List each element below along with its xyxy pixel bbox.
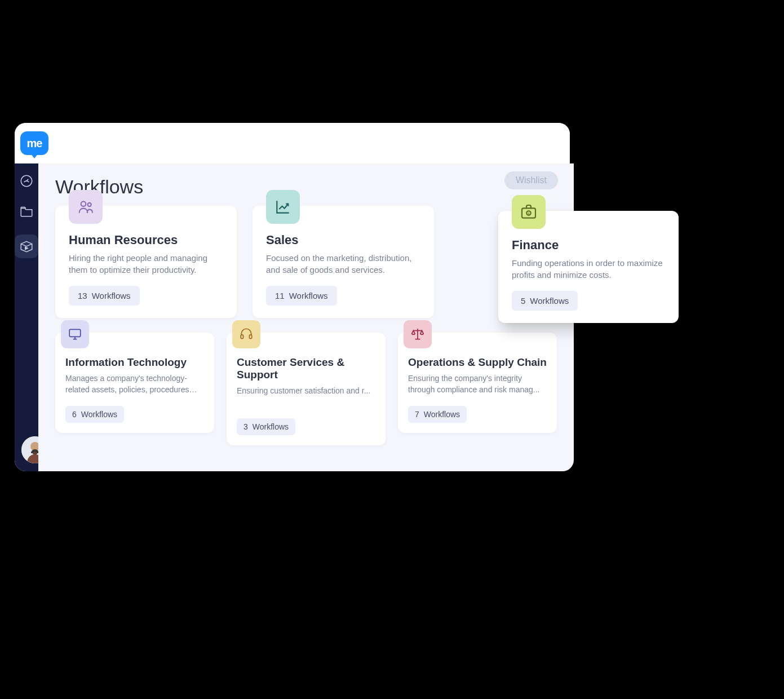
card-desc: Ensuring the company's integrity through… xyxy=(408,373,547,396)
sidebar xyxy=(15,163,38,471)
card-customer-services[interactable]: Customer Services & Support Ensuring cus… xyxy=(227,333,386,445)
chart-line-icon xyxy=(266,190,300,224)
svg-rect-10 xyxy=(241,335,243,339)
card-desc: Funding operations in order to maximize … xyxy=(512,257,665,281)
card-hr[interactable]: Human Resources Hiring the right people … xyxy=(55,206,237,318)
app-window: me xyxy=(15,123,570,471)
logo-text: me xyxy=(27,137,42,150)
wishlist-button[interactable]: Wishlist xyxy=(504,171,558,189)
main-content: Workflows Wishlist Hu xyxy=(38,163,574,471)
card-desc: Hiring the right people and managing the… xyxy=(69,252,223,276)
workflow-count-badge: 6 Workflows xyxy=(65,406,124,423)
card-title: Operations & Supply Chain xyxy=(408,356,547,369)
workflow-count-badge: 7 Workflows xyxy=(408,406,467,423)
card-desc: Ensuring customer satisfaction and r... xyxy=(237,386,375,408)
svg-point-6 xyxy=(88,203,91,206)
svg-rect-11 xyxy=(249,335,251,339)
card-desc: Focused on the marketing, distribution, … xyxy=(266,252,420,276)
svg-point-4 xyxy=(33,452,37,455)
card-it[interactable]: Information Technology Manages a company… xyxy=(55,333,214,445)
monitor-icon xyxy=(61,320,89,348)
sidebar-item-workflows[interactable] xyxy=(15,235,38,258)
app-logo[interactable]: me xyxy=(20,131,48,155)
card-sales[interactable]: Sales Focused on the marketing, distribu… xyxy=(253,206,434,318)
sidebar-item-files[interactable] xyxy=(19,204,34,221)
workflow-count-badge: 13 Workflows xyxy=(69,286,140,306)
card-title: Finance xyxy=(512,238,665,253)
svg-point-5 xyxy=(81,201,86,206)
workflow-count-badge: 5 Workflows xyxy=(512,291,578,311)
package-play-icon xyxy=(19,239,34,254)
workflow-count-badge: 11 Workflows xyxy=(266,286,337,306)
topbar: me xyxy=(15,123,570,163)
sidebar-item-dashboard[interactable] xyxy=(19,174,34,191)
card-finance[interactable]: $ Finance Funding operations in order to… xyxy=(498,211,679,323)
card-title: Information Technology xyxy=(65,356,204,369)
people-icon xyxy=(69,190,103,224)
card-title: Customer Services & Support xyxy=(237,356,375,381)
card-operations[interactable]: Operations & Supply Chain Ensuring the c… xyxy=(398,333,557,445)
gauge-icon xyxy=(19,174,34,188)
page-title: Workflows xyxy=(55,176,557,198)
card-title: Human Resources xyxy=(69,233,223,247)
scales-icon xyxy=(404,320,432,348)
card-title: Sales xyxy=(266,233,420,247)
card-desc: Manages a company's technology-related a… xyxy=(65,373,204,396)
folder-icon xyxy=(19,204,34,219)
workflow-count-badge: 3 Workflows xyxy=(237,418,295,435)
svg-rect-7 xyxy=(69,329,81,337)
briefcase-dollar-icon: $ xyxy=(512,195,546,229)
headset-icon xyxy=(232,320,260,348)
